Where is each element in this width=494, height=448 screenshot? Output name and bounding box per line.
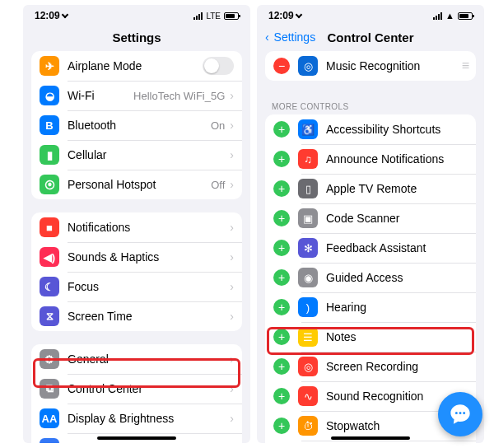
row-accessibility-shortcuts[interactable]: +♿Accessibility Shortcuts <box>265 114 476 144</box>
row-music-recognition[interactable]: −◎Music Recognition≡ <box>265 51 476 81</box>
row-label: Wi-Fi <box>68 89 95 102</box>
chevron-right-icon: › <box>230 178 234 191</box>
included-controls-group: −◎Music Recognition≡ <box>265 51 476 81</box>
row-label: General <box>68 352 109 366</box>
notes-icon: ☰ <box>298 327 318 347</box>
add-button[interactable]: + <box>273 329 290 345</box>
remove-button[interactable]: − <box>273 58 290 74</box>
feedback-assistant-icon: ✻ <box>298 238 318 258</box>
chevron-right-icon: › <box>230 119 234 132</box>
signal-icon <box>193 12 203 20</box>
display-icon: AA <box>40 408 59 428</box>
row-detail: On <box>211 119 225 132</box>
sound-recognition-icon: ∿ <box>298 386 318 406</box>
add-button[interactable]: + <box>273 180 290 197</box>
settings-group: ■Notifications›◀)Sounds & Haptics›☾Focus… <box>31 212 242 331</box>
settings-group: ✈Airplane Mode◒Wi-FiHelloTech WiFi_5G›BB… <box>31 51 242 199</box>
drag-handle-icon[interactable]: ≡ <box>462 58 468 73</box>
chevron-right-icon: › <box>230 310 234 323</box>
row-label: Hearing <box>326 301 366 314</box>
row-announce-notifications[interactable]: +♫Announce Notifications <box>265 144 476 174</box>
chevron-right-icon: › <box>230 441 234 443</box>
row-label: Screen Time <box>68 310 133 323</box>
cellular-icon: ▮ <box>40 145 59 165</box>
row-voice-memos[interactable]: +❙❙Voice Memos <box>265 441 476 443</box>
chevron-right-icon: › <box>230 382 234 395</box>
row-airplane-mode[interactable]: ✈Airplane Mode <box>31 51 242 81</box>
row-display[interactable]: AADisplay & Brightness› <box>31 404 242 433</box>
chevron-right-icon: › <box>230 412 234 425</box>
row-code-scanner[interactable]: +▣Code Scanner <box>265 203 476 233</box>
back-button[interactable]: ‹ Settings <box>265 30 315 44</box>
signal-icon <box>433 12 442 20</box>
add-button[interactable]: + <box>273 358 290 375</box>
row-cellular[interactable]: ▮Cellular› <box>31 140 242 170</box>
announce-notifications-icon: ♫ <box>298 149 318 169</box>
row-label: Personal Hotspot <box>68 178 156 191</box>
home-indicator[interactable] <box>331 436 410 440</box>
add-button[interactable]: + <box>273 299 290 315</box>
add-button[interactable]: + <box>273 388 290 404</box>
wifi-icon: ▲ <box>445 11 454 21</box>
controls-scroll[interactable]: −◎Music Recognition≡MORE CONTROLS+♿Acces… <box>257 51 484 443</box>
screen-recording-icon: ◎ <box>298 357 318 376</box>
status-time: 12:09 <box>268 10 294 21</box>
status-time: 12:09 <box>35 10 60 21</box>
row-label: Announce Notifications <box>326 152 444 166</box>
row-feedback-assistant[interactable]: +✻Feedback Assistant <box>265 233 476 263</box>
row-guided-access[interactable]: +◉Guided Access <box>265 263 476 292</box>
row-label: Focus <box>68 280 99 293</box>
toggle[interactable] <box>203 57 234 75</box>
row-general[interactable]: ⚙General› <box>31 344 242 374</box>
row-focus[interactable]: ☾Focus› <box>31 272 242 301</box>
notifications-icon: ■ <box>40 217 59 237</box>
bluetooth-icon: B <box>40 115 59 135</box>
row-label: Home Screen <box>68 441 138 443</box>
focus-icon: ☾ <box>40 277 59 296</box>
row-apple-tv-remote[interactable]: +▯Apple TV Remote <box>265 174 476 203</box>
carrier-label: LTE <box>206 12 221 21</box>
row-hotspot[interactable]: ⦿Personal HotspotOff› <box>31 170 242 199</box>
row-control-center[interactable]: ⧉Control Center› <box>31 374 242 404</box>
page-title: Control Center <box>328 30 414 44</box>
row-notes[interactable]: +☰Notes <box>265 322 476 352</box>
navbar: ‹ Settings Control Center <box>257 23 484 51</box>
chevron-right-icon: › <box>230 148 234 161</box>
row-wifi[interactable]: ◒Wi-FiHelloTech WiFi_5G› <box>31 81 242 110</box>
row-bluetooth[interactable]: BBluetoothOn› <box>31 110 242 140</box>
add-button[interactable]: + <box>273 269 290 286</box>
general-icon: ⚙ <box>40 349 59 369</box>
row-sounds[interactable]: ◀)Sounds & Haptics› <box>31 242 242 272</box>
wifi-icon: ◒ <box>40 86 59 105</box>
battery-icon <box>224 12 239 20</box>
more-controls-group: +♿Accessibility Shortcuts+♫Announce Noti… <box>265 114 476 443</box>
row-hearing[interactable]: +)Hearing <box>265 292 476 322</box>
add-button[interactable]: + <box>273 151 290 167</box>
row-label: Notifications <box>68 221 130 234</box>
row-screen-recording[interactable]: +◎Screen Recording <box>265 352 476 381</box>
add-button[interactable]: + <box>273 121 290 138</box>
chevron-right-icon: › <box>230 89 234 102</box>
row-label: Stopwatch <box>326 419 380 432</box>
home-indicator[interactable] <box>97 436 176 440</box>
stopwatch-icon: ⏱ <box>298 416 318 436</box>
settings-scroll[interactable]: ✈Airplane Mode◒Wi-FiHelloTech WiFi_5G›BB… <box>23 51 250 443</box>
row-label: Control Center <box>68 382 142 395</box>
hearing-icon: ) <box>298 297 318 317</box>
row-screen-time[interactable]: ⧖Screen Time› <box>31 301 242 331</box>
add-button[interactable]: + <box>273 210 290 226</box>
code-scanner-icon: ▣ <box>298 208 318 228</box>
chat-fab[interactable] <box>438 392 482 436</box>
airplane-mode-icon: ✈ <box>40 56 59 76</box>
screen-time-icon: ⧖ <box>40 306 59 326</box>
row-label: Bluetooth <box>68 119 116 132</box>
row-label: Code Scanner <box>326 212 400 225</box>
phone-control-center: 12:09 ▲ ‹ Settings Control Center −◎Musi… <box>257 5 484 443</box>
row-label: Guided Access <box>326 271 403 284</box>
location-icon <box>295 12 301 18</box>
row-label: Accessibility Shortcuts <box>326 123 440 136</box>
add-button[interactable]: + <box>273 240 290 256</box>
row-label: Notes <box>326 330 357 343</box>
row-notifications[interactable]: ■Notifications› <box>31 212 242 242</box>
add-button[interactable]: + <box>273 418 290 434</box>
